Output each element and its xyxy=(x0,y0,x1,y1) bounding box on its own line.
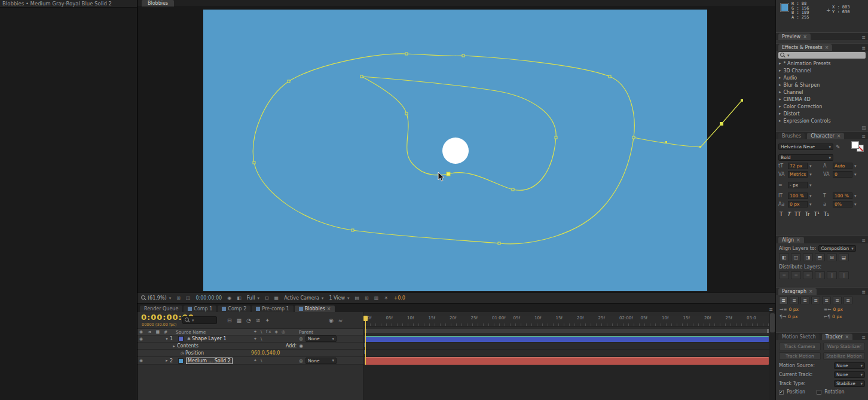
distribute-v-center-icon[interactable]: ≡ xyxy=(791,271,801,279)
timeline-track-area[interactable]: 00f05f10f15f20f25f01:00f05f10f15f20f25f0… xyxy=(363,312,769,400)
composition-canvas[interactable] xyxy=(137,7,775,292)
eye-icon[interactable]: ◉ xyxy=(139,358,143,363)
playhead-handle[interactable] xyxy=(363,316,368,321)
indent-left-value[interactable]: 0 px xyxy=(789,307,799,312)
mask-visibility-icon[interactable]: ◫ xyxy=(186,295,191,301)
align-top-icon[interactable]: ⬒ xyxy=(815,254,825,261)
panel-menu-icon[interactable]: ≣ xyxy=(769,307,775,312)
tsume-value[interactable]: 0% xyxy=(833,201,852,207)
viewer-timecode[interactable]: 0:00:00:00 xyxy=(195,295,222,301)
scrollbar-thumb[interactable] xyxy=(770,313,775,332)
work-area-bar[interactable] xyxy=(365,329,769,333)
font-size-value[interactable]: 72 px xyxy=(788,163,808,169)
layer1-duration-bar[interactable] xyxy=(365,336,769,342)
white-circle-shape[interactable] xyxy=(442,138,469,164)
align-left-icon[interactable]: ◧ xyxy=(779,254,789,261)
pixel-aspect-icon[interactable]: ▤ xyxy=(355,295,360,301)
view-layout-select[interactable]: 1 View xyxy=(329,295,349,301)
roi-icon[interactable]: ⊡ xyxy=(265,295,269,301)
pickwhip-icon[interactable]: ◎ xyxy=(299,336,303,341)
parent-select[interactable]: None xyxy=(305,358,337,364)
effects-category-blur-sharpen[interactable]: ▸Blur & Sharpen xyxy=(776,81,868,88)
graph-editor-icon[interactable]: ≈ xyxy=(338,317,343,323)
distribute-right-icon[interactable]: ∥ xyxy=(839,271,849,279)
layer-color-chip[interactable] xyxy=(178,358,184,364)
effects-category-expression-controls[interactable]: ▸Expression Controls xyxy=(776,117,868,124)
panel-menu-icon[interactable]: ≣ xyxy=(861,238,868,243)
eye-icon[interactable]: ◉ xyxy=(139,337,143,341)
justify-last-center-icon[interactable]: ≣ xyxy=(822,297,831,304)
viewer-tab-blobbies[interactable]: Blobbies xyxy=(142,0,174,7)
distribute-left-icon[interactable]: ∥ xyxy=(815,271,825,279)
timeline-search-input[interactable] xyxy=(182,316,217,324)
layer-switches-icons[interactable]: ✦ \ xyxy=(253,358,263,363)
grid-guides-icon[interactable]: ⊞ xyxy=(176,295,181,301)
effects-category-animation-presets[interactable]: ▸* Animation Presets xyxy=(776,60,868,67)
brainstorm-icon[interactable]: ◉ xyxy=(329,317,334,323)
position-label[interactable]: Position xyxy=(185,350,204,356)
layer-switches-icons[interactable]: ✦ \ xyxy=(253,337,263,341)
position-value[interactable]: 960.0,540.0 xyxy=(251,350,280,356)
snapshot-icon[interactable]: ◉ xyxy=(227,295,231,301)
close-icon[interactable]: × xyxy=(825,45,829,50)
character-tab[interactable]: Character× xyxy=(807,133,844,139)
all-caps-button[interactable]: TT xyxy=(794,211,801,217)
comp-flowchart-icon[interactable]: ⊟ xyxy=(227,317,232,323)
layer-color-chip[interactable] xyxy=(178,336,184,341)
position-checkbox[interactable]: ✓ xyxy=(779,390,784,395)
preview-tab[interactable]: Preview× xyxy=(778,33,811,40)
timeline-scrollbar[interactable] xyxy=(769,312,775,400)
distribute-bottom-icon[interactable]: ≡ xyxy=(803,271,813,279)
paragraph-tab[interactable]: Paragraph× xyxy=(778,288,817,295)
effects-search-input[interactable] xyxy=(778,52,866,59)
expand-triangle-icon[interactable]: ▸ xyxy=(171,344,177,349)
effects-category-color-correction[interactable]: ▸Color Correction xyxy=(776,103,868,110)
panel-menu-icon[interactable]: ≣ xyxy=(861,45,868,51)
shy-layers-icon[interactable]: ◔ xyxy=(246,317,251,323)
font-style-select[interactable]: Bold xyxy=(778,154,833,161)
kerning-value[interactable]: Metrics xyxy=(788,171,808,178)
layer-name-selected[interactable]: Medium ... Solid 2 xyxy=(186,358,233,364)
exposure-value[interactable]: +0.0 xyxy=(394,295,405,301)
expand-triangle-icon[interactable]: ▸ xyxy=(164,358,170,363)
faux-italic-button[interactable]: T xyxy=(787,211,791,217)
tab-comp-1[interactable]: Comp 1 xyxy=(184,306,216,312)
track-motion-button[interactable]: Track Motion xyxy=(779,352,821,360)
warp-stabilizer-button[interactable]: Warp Stabilizer xyxy=(823,343,865,350)
effects-category-distort[interactable]: ▸Distort xyxy=(776,110,868,117)
transparency-grid-icon[interactable]: ▦ xyxy=(274,295,279,301)
time-ruler[interactable]: 00f05f10f15f20f25f01:00f05f10f15f20f25f0… xyxy=(365,316,769,326)
baseline-shift-value[interactable]: 0 px xyxy=(788,201,808,207)
panel-menu-icon[interactable]: ≣ xyxy=(861,335,868,340)
superscript-button[interactable]: T¹ xyxy=(814,211,820,217)
brushes-tab[interactable]: Brushes xyxy=(778,133,805,139)
layer-row-2[interactable]: ◉ ▸ 2 Medium ... Solid 2 ✦ \ ◎None xyxy=(137,357,363,365)
playhead-line[interactable] xyxy=(365,316,366,365)
justify-last-right-icon[interactable]: ≣ xyxy=(833,297,842,304)
column-parent[interactable]: Parent xyxy=(299,329,313,335)
position-row[interactable]: ◷ Position 960.0,540.0 xyxy=(137,350,363,357)
horizontal-scale-value[interactable]: 100 % xyxy=(833,193,852,199)
fill-color-swatch[interactable] xyxy=(851,141,859,149)
subscript-button[interactable]: T₁ xyxy=(824,211,829,217)
faux-bold-button[interactable]: T xyxy=(780,211,783,217)
expand-triangle-icon[interactable]: ▾ xyxy=(164,337,170,341)
tracker-tab[interactable]: Tracker× xyxy=(822,334,853,340)
stopwatch-icon[interactable]: ◷ xyxy=(179,351,185,356)
stroke-width-value[interactable]: - px xyxy=(788,182,808,188)
tab-comp-2[interactable]: Comp 2 xyxy=(218,306,250,312)
small-caps-button[interactable]: Tr xyxy=(805,211,810,217)
effects-category-audio[interactable]: ▸Audio xyxy=(776,74,868,81)
close-icon[interactable]: × xyxy=(837,133,841,139)
align-text-right-icon[interactable]: ≣ xyxy=(800,297,809,304)
fast-preview-icon[interactable]: ⊞ xyxy=(365,295,369,301)
eyedropper-icon[interactable]: ✎ xyxy=(836,144,841,150)
effects-category-channel[interactable]: ▸Channel xyxy=(776,88,868,96)
justify-last-left-icon[interactable]: ≣ xyxy=(811,297,820,304)
align-layers-select[interactable]: Composition xyxy=(818,245,855,252)
channel-icon[interactable]: ◧ xyxy=(237,295,242,301)
effects-presets-tab[interactable]: Effects & Presets× xyxy=(778,44,832,51)
fill-stroke-swatches[interactable] xyxy=(851,141,866,152)
stabilize-motion-button[interactable]: Stabilize Motion xyxy=(823,352,865,360)
rotation-checkbox[interactable] xyxy=(817,390,821,395)
